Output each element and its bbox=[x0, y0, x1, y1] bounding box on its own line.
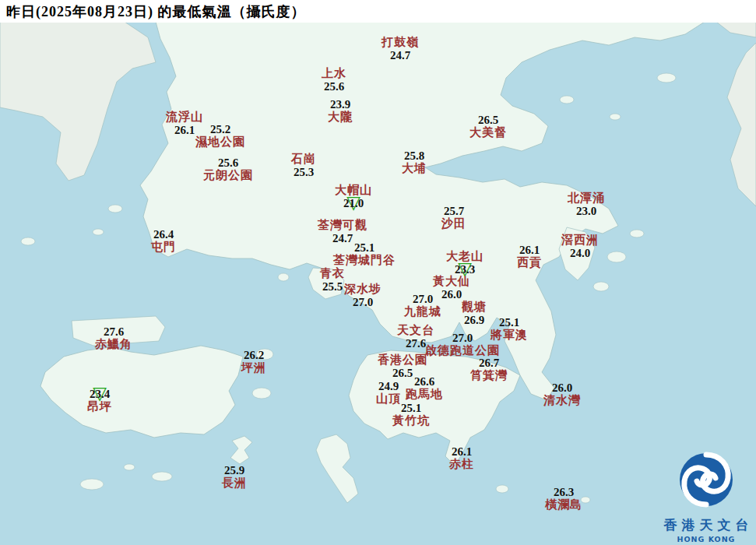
station: 25.9長洲 bbox=[222, 464, 247, 490]
temperature-number: 26.1 bbox=[519, 244, 540, 256]
temperature-number: 24.7 bbox=[390, 49, 410, 62]
station-name-label: 赤鱲角 bbox=[95, 338, 132, 351]
station: 26.7筲箕灣 bbox=[470, 357, 508, 382]
temperature-number: 27.0 bbox=[452, 332, 473, 344]
station-temperature-value: 26.2 bbox=[241, 349, 266, 361]
station-name-label: 香港公園 bbox=[378, 353, 427, 367]
temperature-number: 25.1 bbox=[499, 316, 519, 329]
hko-logo-name-english: HONG KONG OBSERVATORY bbox=[644, 535, 756, 545]
station-name-label: 深水埗 bbox=[344, 283, 382, 296]
station-name-label: 沙田 bbox=[441, 217, 466, 230]
temperature-number: 25.8 bbox=[404, 149, 424, 162]
station-name-label: 大埔 bbox=[402, 162, 427, 175]
hko-min-temperature-map-page: 打鼓嶺24.7上水25.623.9大隴流浮山26.125.2濕地公園26.5大美… bbox=[0, 0, 756, 545]
station-temperature-value: ▽23.4 bbox=[87, 388, 112, 400]
temperature-number: 21.0 bbox=[343, 197, 364, 209]
temperature-number: 26.9 bbox=[464, 314, 484, 326]
station: 大帽山▽21.0 bbox=[335, 184, 372, 209]
station: 26.6跑馬地 bbox=[406, 375, 443, 401]
station-temperature-value: 25.9 bbox=[222, 464, 247, 476]
station-name-label: 大美督 bbox=[469, 126, 507, 139]
temperature-number: 23.0 bbox=[576, 205, 596, 217]
station-temperature-value: 23.0 bbox=[568, 205, 605, 217]
station-name-label: 跑馬地 bbox=[406, 388, 443, 401]
temperature-number: 26.6 bbox=[414, 375, 434, 388]
temperature-number: 25.2 bbox=[210, 123, 230, 135]
station: 25.1黃竹坑 bbox=[392, 402, 430, 427]
temperature-number: 26.1 bbox=[452, 445, 472, 458]
station: 大老山▽23.3 bbox=[446, 250, 483, 276]
station-name-label: 清水灣 bbox=[543, 394, 581, 407]
station: 26.4屯門 bbox=[151, 228, 176, 254]
temperature-number: 23.9 bbox=[330, 98, 350, 111]
station-name-label: 打鼓嶺 bbox=[382, 36, 419, 49]
station: 26.3橫瀾島 bbox=[545, 486, 582, 512]
station-name-label: 九龍城 bbox=[404, 305, 441, 318]
station: 北潭涌23.0 bbox=[568, 192, 605, 217]
station-temperature-value: 25.1 bbox=[333, 241, 396, 254]
station-temperature-value: 25.6 bbox=[203, 156, 253, 169]
temperature-number: 23.4 bbox=[90, 388, 110, 400]
station: 26.1西貢 bbox=[517, 244, 542, 269]
temperature-number: 26.4 bbox=[153, 228, 174, 241]
stations-layer: 打鼓嶺24.7上水25.623.9大隴流浮山26.125.2濕地公園26.5大美… bbox=[0, 0, 756, 545]
station: 27.0九龍城 bbox=[404, 293, 441, 318]
temperature-number: 25.3 bbox=[294, 166, 314, 178]
station-name-label: 上水 bbox=[322, 67, 346, 80]
station-name-label: 青衣 bbox=[320, 267, 345, 280]
station-name-label: 西貢 bbox=[517, 256, 542, 269]
temperature-number: 24.9 bbox=[378, 380, 399, 392]
station-temperature-value: ▽23.3 bbox=[446, 263, 483, 276]
station-temperature-value: 26.9 bbox=[462, 314, 487, 326]
station: ▽23.4昂坪 bbox=[87, 388, 112, 413]
hko-logo: 香港天文台 HONG KONG OBSERVATORY bbox=[644, 448, 756, 545]
station: 石崗25.3 bbox=[291, 153, 316, 178]
station-name-label: 滘西洲 bbox=[561, 234, 599, 247]
station-temperature-value: 26.7 bbox=[470, 357, 508, 369]
temperature-number: 23.3 bbox=[455, 263, 475, 276]
station: 25.6元朗公園 bbox=[203, 156, 253, 182]
temperature-number: 27.0 bbox=[413, 293, 433, 305]
temperature-number: 26.1 bbox=[174, 124, 195, 136]
temperature-number: 25.6 bbox=[324, 80, 344, 93]
station-temperature-value: 27.0 bbox=[344, 296, 382, 308]
station-temperature-value: 25.7 bbox=[441, 205, 466, 217]
station: 25.2濕地公園 bbox=[195, 123, 245, 149]
station-name-label: 觀塘 bbox=[462, 301, 487, 314]
station-temperature-value: 26.5 bbox=[469, 114, 507, 126]
title-bar: 昨日(2025年08月23日) 的最低氣溫（攝氏度） bbox=[0, 0, 756, 23]
station-name-label: 黃竹坑 bbox=[392, 414, 430, 427]
station: 25.1荃灣城門谷 bbox=[333, 241, 396, 267]
station-temperature-value: 24.9 bbox=[376, 380, 401, 392]
temperature-number: 25.5 bbox=[322, 280, 343, 293]
station-temperature-value: 26.1 bbox=[517, 244, 542, 256]
station: 26.5大美督 bbox=[469, 114, 507, 139]
station-temperature-value: 25.2 bbox=[195, 123, 245, 135]
station-temperature-value: 25.6 bbox=[322, 80, 346, 93]
station-name-label: 荃灣可觀 bbox=[318, 219, 367, 232]
station-temperature-value: 27.0 bbox=[404, 293, 441, 305]
station-name-label: 石崗 bbox=[291, 153, 316, 166]
hko-logo-name-chinese: 香港天文台 bbox=[644, 516, 756, 534]
station: 觀塘26.9 bbox=[462, 301, 487, 326]
temperature-number: 25.6 bbox=[218, 156, 238, 169]
station-temperature-value: 27.0 bbox=[425, 332, 500, 344]
station-name-label: 長洲 bbox=[222, 476, 247, 490]
station-name-label: 荃灣城門谷 bbox=[333, 254, 396, 267]
station: 滘西洲24.0 bbox=[561, 234, 599, 259]
temperature-number: 25.7 bbox=[444, 205, 464, 217]
station: 上水25.6 bbox=[322, 67, 346, 93]
station-name-label: 大隴 bbox=[328, 111, 353, 124]
station-temperature-value: 26.1 bbox=[449, 445, 474, 458]
temperature-number: 26.0 bbox=[441, 288, 462, 301]
station: 26.1赤柱 bbox=[449, 445, 474, 471]
station-name-label: 屯門 bbox=[151, 241, 176, 254]
station-temperature-value: 26.4 bbox=[151, 228, 176, 241]
station-temperature-value: 25.1 bbox=[491, 316, 528, 329]
station-name-label: 元朗公園 bbox=[203, 169, 253, 182]
station: 27.0啟德跑道公園 bbox=[425, 332, 500, 357]
temperature-number: 26.7 bbox=[479, 357, 499, 369]
station-temperature-value: 27.6 bbox=[95, 325, 132, 338]
station-temperature-value: 25.1 bbox=[392, 402, 430, 414]
station-temperature-value: 24.7 bbox=[382, 49, 419, 62]
